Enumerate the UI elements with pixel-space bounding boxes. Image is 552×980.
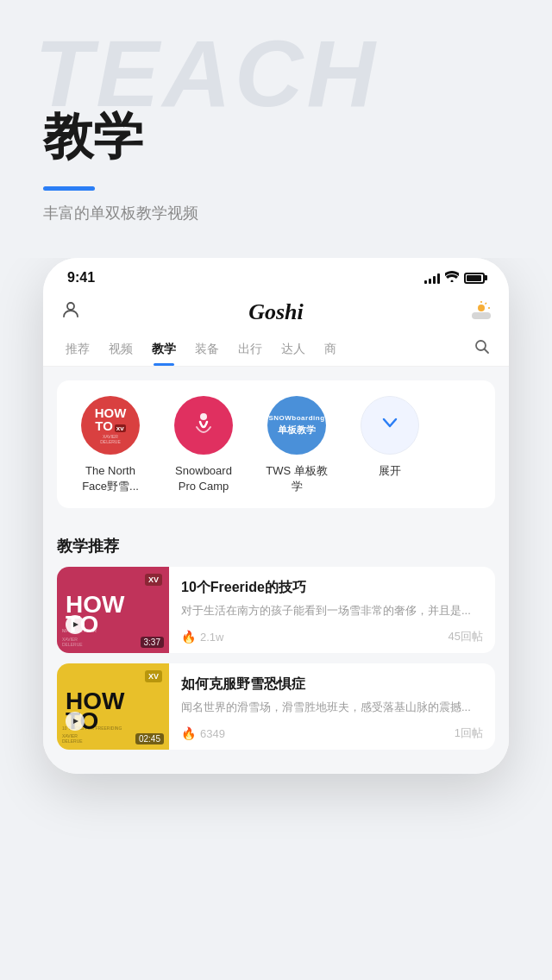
video-replies-2: 1回帖 [455,726,483,741]
svg-point-1 [478,305,485,311]
rec-title: 教学推荐 [57,522,495,567]
tab-video[interactable]: 视频 [100,333,141,366]
howto-icon-content: HOW TO xv XAVIERDELERUE [81,396,140,455]
svg-line-3 [485,303,486,305]
signal-bar-4 [437,273,440,284]
tws-icon: SNOWboarding 单板教学 [267,396,326,455]
video-info-2: 如何克服野雪恐惧症 闻名世界的滑雪场，滑雪胜地班夫，感受落基山脉的震撼... 🔥… [169,663,495,750]
expand-icon [361,396,419,455]
video-views-2: 🔥 6349 [181,726,225,740]
views-count-1: 2.1w [200,631,223,644]
signal-bar-3 [433,276,436,284]
search-icon[interactable] [469,332,495,366]
signal-bar-1 [424,280,427,284]
battery-fill [467,275,481,281]
nav-tabs: 推荐 视频 教学 装备 出行 达人 商 [43,332,509,367]
app-logo: Goshi [248,299,304,325]
xv-badge-1: XV [145,574,162,586]
tab-equipment[interactable]: 装备 [186,333,228,366]
duration-2: 02:45 [135,733,164,744]
category-section: HOW TO xv XAVIERDELERUE The NorthFace野雪.… [43,367,509,522]
video-replies-1: 45回帖 [448,629,483,644]
video-meta-1: 🔥 2.1w 45回帖 [181,629,483,644]
thumb-bg-red: HOW TO XV MANAGE FEAR 3:37 XAVIERDELERUE [57,567,169,653]
tws-top-text: SNOWboarding [268,414,324,422]
wifi-icon [445,271,459,285]
hero-subtitle: 丰富的单双板教学视频 [43,203,509,223]
fire-icon-1: 🔥 [181,630,196,644]
northface-label: The NorthFace野雪... [82,463,139,494]
video-thumb-2: HOW TO XV 10 TRICKS FOR FREERIDING 02:45… [57,663,169,750]
expand-label: 展开 [379,463,401,479]
video-views-1: 🔥 2.1w [181,630,223,644]
cat-item-northface[interactable]: HOW TO xv XAVIERDELERUE The NorthFace野雪.… [67,396,154,494]
snowboard-label: SnowboardPro Camp [175,463,232,494]
northface-icon: HOW TO xv XAVIERDELERUE [81,396,140,455]
video-meta-2: 🔥 6349 1回帖 [181,726,483,741]
signal-bar-2 [429,279,431,284]
cat-item-tws[interactable]: SNOWboarding 单板教学 TWS 单板教学 [254,396,340,494]
video-title-2: 如何克服野雪恐惧症 [181,675,483,694]
tws-icon-content: SNOWboarding 单板教学 [267,396,326,455]
duration-1: 3:37 [141,637,164,648]
video-card-1[interactable]: HOW TO XV MANAGE FEAR 3:37 XAVIERDELERUE [57,567,495,653]
thumb-bg-yellow: HOW TO XV 10 TRICKS FOR FREERIDING 02:45… [57,663,169,750]
svg-line-6 [485,349,489,354]
status-icons [424,271,485,285]
chevron-down-icon [378,411,402,440]
battery-icon [464,273,485,284]
tab-teach[interactable]: 教学 [143,333,185,366]
hero-blue-bar [43,186,95,191]
video-info-1: 10个Freeride的技巧 对于生活在南方的孩子能看到一场雪非常的奢侈，并且是… [169,567,495,653]
hero-section: TEACH 教学 丰富的单双板教学视频 [0,0,552,258]
category-card: HOW TO xv XAVIERDELERUE The NorthFace野雪.… [57,380,495,508]
tws-label: TWS 单板教学 [266,463,328,494]
views-count-2: 6349 [200,727,225,740]
recommendations-section: 教学推荐 HOW TO XV MANAGE FEAR [43,522,509,774]
snowboard-icon [174,396,233,455]
signal-icon [424,273,440,284]
app-header: Goshi [43,292,509,332]
tws-bottom-text: 单板教学 [278,424,316,437]
user-icon[interactable] [60,299,81,325]
tab-recommend[interactable]: 推荐 [57,333,98,366]
tab-expert[interactable]: 达人 [273,333,314,366]
svg-point-7 [200,413,207,420]
weather-icon[interactable] [471,299,492,325]
video-thumb-1: HOW TO XV MANAGE FEAR 3:37 XAVIERDELERUE [57,567,169,653]
phone-mockup: 9:41 [43,258,509,774]
video-card-2[interactable]: HOW TO XV 10 TRICKS FOR FREERIDING 02:45… [57,663,495,750]
status-bar: 9:41 [43,258,509,292]
hero-title: 教学 [43,104,509,171]
spc-icon-content [174,396,233,455]
video-desc-2: 闻名世界的滑雪场，滑雪胜地班夫，感受落基山脉的震撼... [181,699,483,719]
cat-item-snowboard[interactable]: SnowboardPro Camp [160,396,247,494]
cat-item-expand[interactable]: 展开 [347,396,433,479]
fire-icon-2: 🔥 [181,726,196,740]
phone-container: 9:41 [0,258,552,800]
svg-point-0 [67,303,74,310]
xv-badge-2: XV [145,670,162,682]
tab-shop[interactable]: 商 [316,333,345,366]
video-desc-1: 对于生活在南方的孩子能看到一场雪非常的奢侈，并且是... [181,602,483,622]
tab-travel[interactable]: 出行 [229,333,271,366]
video-title-1: 10个Freeride的技巧 [181,579,483,597]
status-time: 9:41 [67,270,95,286]
